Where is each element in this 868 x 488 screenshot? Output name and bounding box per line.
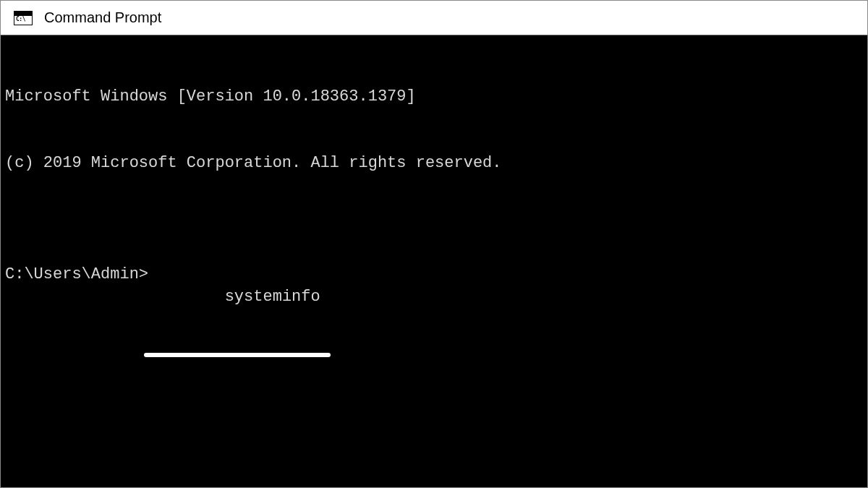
icon-text: C:\ xyxy=(16,16,25,22)
typed-command[interactable]: systeminfo xyxy=(225,288,320,306)
prompt-path: C:\Users\Admin> xyxy=(5,264,148,286)
command-prompt-window: C:\ Command Prompt Microsoft Windows [Ve… xyxy=(0,0,868,488)
terminal-area[interactable]: Microsoft Windows [Version 10.0.18363.13… xyxy=(1,35,867,487)
highlight-underline xyxy=(144,353,331,357)
window-title: Command Prompt xyxy=(44,9,161,26)
command-wrapper: systeminfo xyxy=(148,264,320,353)
banner-line: Microsoft Windows [Version 10.0.18363.13… xyxy=(5,86,863,108)
prompt-line: C:\Users\Admin> systeminfo xyxy=(5,264,863,353)
banner-line: (c) 2019 Microsoft Corporation. All righ… xyxy=(5,153,863,175)
command-prompt-icon: C:\ xyxy=(14,11,33,25)
titlebar[interactable]: C:\ Command Prompt xyxy=(1,1,867,35)
